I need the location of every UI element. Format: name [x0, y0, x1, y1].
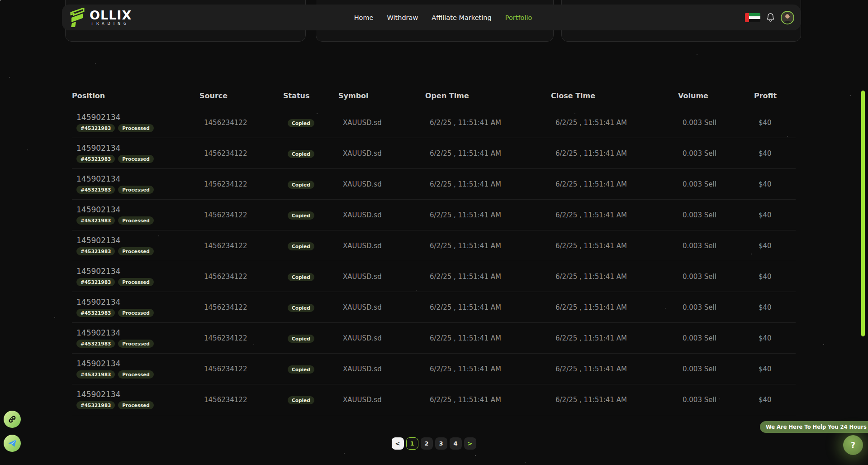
processed-badge: Processed — [118, 124, 154, 133]
close-time-cell: 6/2/25 , 11:51:41 AM — [551, 211, 678, 219]
position-id: 145902134 — [76, 144, 199, 153]
volume-cell: 0.003 Sell — [678, 180, 754, 188]
close-time-cell: 6/2/25 , 11:51:41 AM — [551, 334, 678, 342]
column-header-profit: Profit — [754, 91, 796, 100]
volume-cell: 0.003 Sell — [678, 303, 754, 312]
volume-cell: 0.003 Sell — [678, 365, 754, 373]
source-cell: 1456234122 — [199, 303, 283, 312]
help-button[interactable]: ? — [843, 435, 863, 455]
processed-badge: Processed — [118, 247, 154, 256]
user-avatar[interactable] — [781, 11, 794, 24]
open-time-cell: 6/2/25 , 11:51:41 AM — [425, 303, 551, 312]
status-badge: Copied — [288, 150, 314, 158]
uae-flag-icon[interactable] — [745, 13, 760, 22]
position-id: 145902134 — [76, 328, 199, 337]
nav-item-affiliate-marketing[interactable]: Affiliate Marketing — [432, 14, 491, 21]
open-time-cell: 6/2/25 , 11:51:41 AM — [425, 365, 551, 373]
status-badge: Copied — [288, 335, 314, 343]
close-time-cell: 6/2/25 , 11:51:41 AM — [551, 273, 678, 281]
processed-badge: Processed — [118, 309, 154, 317]
profit-cell: $40 — [754, 273, 796, 281]
position-id: 145902134 — [76, 297, 199, 307]
column-header-symbol: Symbol — [338, 91, 425, 100]
telegram-fab[interactable] — [4, 435, 21, 452]
status-badge: Copied — [288, 304, 314, 312]
pagination-prev-button[interactable]: < — [392, 437, 404, 450]
source-cell: 1456234122 — [199, 180, 283, 188]
table-row: 145902134#45321983Processed1456234122Cop… — [72, 354, 796, 384]
source-cell: 1456234122 — [199, 119, 283, 127]
symbol-cell: XAUUSD.sd — [338, 149, 425, 158]
source-cell: 1456234122 — [199, 149, 283, 158]
open-time-cell: 6/2/25 , 11:51:41 AM — [425, 334, 551, 342]
symbol-cell: XAUUSD.sd — [338, 365, 425, 373]
volume-cell: 0.003 Sell — [678, 211, 754, 219]
status-cell: Copied — [283, 180, 338, 188]
status-cell: Copied — [283, 273, 338, 281]
notification-bell-icon[interactable] — [766, 13, 775, 22]
column-header-open-time: Open Time — [425, 91, 551, 100]
vertical-scrollbar-thumb[interactable] — [861, 91, 865, 336]
pagination-next-button[interactable]: > — [464, 437, 476, 450]
symbol-cell: XAUUSD.sd — [338, 242, 425, 250]
column-header-source: Source — [199, 91, 283, 100]
table-row: 145902134#45321983Processed1456234122Cop… — [72, 230, 796, 261]
open-time-cell: 6/2/25 , 11:51:41 AM — [425, 149, 551, 158]
telegram-icon — [7, 438, 17, 448]
symbol-cell: XAUUSD.sd — [338, 334, 425, 342]
close-time-cell: 6/2/25 , 11:51:41 AM — [551, 365, 678, 373]
symbol-cell: XAUUSD.sd — [338, 211, 425, 219]
position-id: 145902134 — [76, 113, 199, 122]
source-cell: 1456234122 — [199, 396, 283, 404]
help-tooltip-text: We Are Here To Help You 24 Hours A Day — [766, 424, 868, 430]
table-row: 145902134#45321983Processed1456234122Cop… — [72, 107, 796, 138]
status-badge: Copied — [288, 365, 314, 374]
open-time-cell: 6/2/25 , 11:51:41 AM — [425, 273, 551, 281]
processed-badge: Processed — [118, 401, 154, 410]
source-cell: 1456234122 — [199, 365, 283, 373]
position-ref-badge: #45321983 — [76, 155, 115, 163]
table-row: 145902134#45321983Processed1456234122Cop… — [72, 384, 796, 415]
close-time-cell: 6/2/25 , 11:51:41 AM — [551, 242, 678, 250]
status-badge: Copied — [288, 211, 314, 220]
position-ref-badge: #45321983 — [76, 401, 115, 410]
close-time-cell: 6/2/25 , 11:51:41 AM — [551, 149, 678, 158]
table-row: 145902134#45321983Processed1456234122Cop… — [72, 169, 796, 200]
symbol-cell: XAUUSD.sd — [338, 119, 425, 127]
symbol-cell: XAUUSD.sd — [338, 180, 425, 188]
pagination-page-3[interactable]: 3 — [435, 437, 447, 450]
pagination-page-1[interactable]: 1 — [406, 437, 418, 450]
processed-badge: Processed — [118, 216, 154, 225]
position-id: 145902134 — [76, 236, 199, 245]
profit-cell: $40 — [754, 365, 796, 373]
table-row: 145902134#45321983Processed1456234122Cop… — [72, 138, 796, 169]
close-time-cell: 6/2/25 , 11:51:41 AM — [551, 303, 678, 312]
brand-logo[interactable]: OLLIX TRADING — [70, 8, 132, 28]
position-ref-badge: #45321983 — [76, 340, 115, 348]
processed-badge: Processed — [118, 155, 154, 163]
position-ref-badge: #45321983 — [76, 370, 115, 379]
volume-cell: 0.003 Sell — [678, 273, 754, 281]
table-row: 145902134#45321983Processed1456234122Cop… — [72, 292, 796, 323]
volume-cell: 0.003 Sell — [678, 396, 754, 404]
nav-item-home[interactable]: Home — [354, 14, 374, 21]
status-cell: Copied — [283, 149, 338, 158]
processed-badge: Processed — [118, 186, 154, 194]
pagination-page-4[interactable]: 4 — [450, 437, 462, 450]
pagination-page-2[interactable]: 2 — [421, 437, 433, 450]
position-ref-badge: #45321983 — [76, 309, 115, 317]
profit-cell: $40 — [754, 242, 796, 250]
status-cell: Copied — [283, 242, 338, 250]
nav-item-portfolio[interactable]: Portfolio — [505, 14, 532, 21]
open-time-cell: 6/2/25 , 11:51:41 AM — [425, 119, 551, 127]
close-time-cell: 6/2/25 , 11:51:41 AM — [551, 396, 678, 404]
profit-cell: $40 — [754, 180, 796, 188]
profit-cell: $40 — [754, 119, 796, 127]
copy-link-fab[interactable] — [4, 411, 21, 428]
status-badge: Copied — [288, 242, 314, 250]
main-nav: HomeWithdrawAffiliate MarketingPortfolio — [354, 14, 532, 21]
position-id: 145902134 — [76, 174, 199, 183]
table-body: 145902134#45321983Processed1456234122Cop… — [72, 107, 796, 415]
nav-item-withdraw[interactable]: Withdraw — [387, 14, 418, 21]
position-id: 145902134 — [76, 205, 199, 214]
